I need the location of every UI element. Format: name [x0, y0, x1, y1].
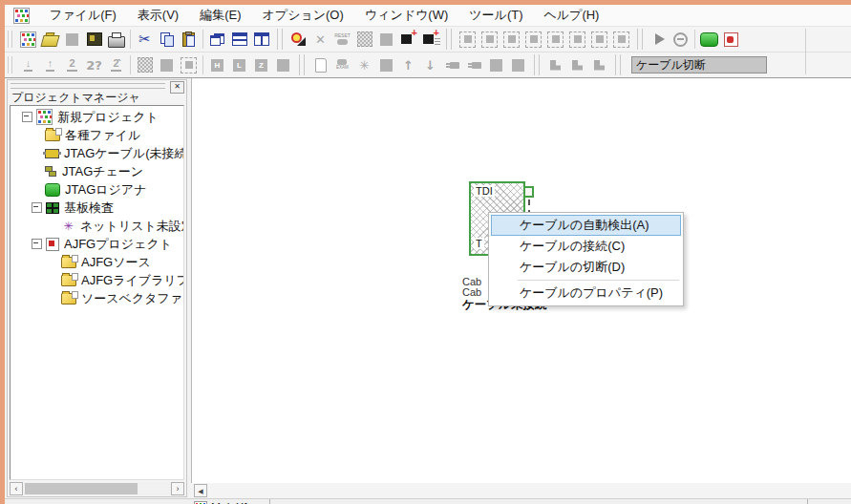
open-project-button[interactable] — [39, 29, 61, 51]
new-project-button[interactable] — [17, 29, 39, 51]
ctx-item-cable-properties[interactable]: ケーブルのプロパティ(P) — [491, 283, 681, 304]
square-button-2[interactable] — [156, 54, 178, 76]
ctx-item-cable-disconnect[interactable]: ケーブルの切断(D) — [491, 257, 681, 278]
menu-view[interactable]: 表示(V) — [127, 5, 189, 26]
ctx-item-cable-auto-detect[interactable]: ケーブルの自動検出(A) — [491, 215, 681, 236]
drive-z-button[interactable]: Z — [250, 54, 272, 76]
cut-button[interactable]: ✂ — [134, 29, 156, 51]
canvas-scroll-left-icon[interactable] — [194, 484, 207, 497]
menu-options[interactable]: オプション(O) — [252, 5, 354, 26]
design-canvas[interactable]: TDI T Cab Cab ケーブル未接続 ケーブルの自動検出(A)ケーブルの接… — [191, 78, 851, 483]
tree-item-netlist[interactable]: ✳ネットリスト未設定 — [11, 217, 183, 235]
device-op-button-8[interactable] — [610, 29, 632, 51]
close-icon[interactable] — [170, 81, 184, 94]
probe-icon — [291, 32, 307, 46]
step2-button[interactable]: 2 — [61, 54, 83, 76]
cable-connector-tab[interactable] — [523, 186, 534, 198]
cascade-windows-button[interactable] — [206, 29, 228, 51]
device-op-button-3[interactable] — [500, 29, 522, 51]
step-run-button-3[interactable] — [588, 54, 610, 76]
panel-grip-handle[interactable] — [11, 83, 165, 89]
expander-minus-icon[interactable] — [22, 112, 32, 122]
scroll-left-icon[interactable] — [10, 482, 23, 495]
tree-item-source-vector[interactable]: ソースベクタファイル — [11, 289, 183, 307]
tile-vertical-button[interactable] — [250, 29, 272, 51]
cable-auto-detect-button[interactable] — [287, 29, 309, 51]
menu-help[interactable]: ヘルプ(H) — [533, 5, 609, 26]
device-op-button-7[interactable] — [588, 29, 610, 51]
add-device-list-button[interactable] — [419, 29, 441, 51]
new-document-button[interactable] — [309, 54, 331, 76]
canvas-horizontal-scrollbar[interactable] — [191, 483, 851, 498]
tile-horizontal-button[interactable] — [228, 29, 250, 51]
chip-icon — [591, 32, 607, 48]
project-tree[interactable]: 新規プロジェクト各種ファイルJTAGケーブル(未接続)JTAGチェーンJTAGロ… — [10, 105, 184, 480]
pattern-grid-button[interactable] — [134, 54, 156, 76]
cable-disconnect-button[interactable]: ✕ — [309, 29, 331, 51]
device-op-button-1[interactable] — [457, 29, 479, 51]
expander-minus-icon[interactable] — [32, 202, 42, 213]
toolbar-end-divider — [805, 29, 806, 74]
device-op-button-2[interactable] — [479, 29, 500, 51]
device-op-button-4[interactable] — [522, 29, 544, 51]
square-button-6[interactable] — [507, 54, 529, 76]
logiana-record-button[interactable] — [720, 29, 742, 51]
tree-item-jtag-cable[interactable]: JTAGケーブル(未接続) — [11, 144, 183, 162]
copy-button[interactable] — [156, 29, 178, 51]
move-up-button[interactable]: ↑ — [397, 54, 419, 76]
stop-button[interactable] — [670, 29, 691, 51]
tree-item-ajfg-source[interactable]: AJFGソース — [11, 253, 183, 271]
save-button[interactable] — [61, 29, 83, 51]
tree-item-new-project[interactable]: 新規プロジェクト — [11, 108, 183, 126]
upload-button[interactable]: ↑ — [39, 54, 61, 76]
reset-button[interactable]: RESET — [331, 29, 353, 51]
tree-horizontal-scrollbar[interactable] — [10, 482, 184, 495]
tree-item-jtag-logiana[interactable]: JTAGロジアナ — [11, 180, 183, 199]
paste-button[interactable] — [178, 29, 200, 51]
import-button[interactable] — [83, 29, 105, 51]
cable-status-field[interactable]: ケーブル切断 — [631, 56, 767, 74]
ctx-item-cable-connect[interactable]: ケーブルの接続(C) — [491, 236, 681, 257]
square-button-3[interactable] — [272, 54, 294, 76]
disconnect-probe-button[interactable] — [463, 54, 485, 76]
drive-high-button[interactable]: H — [206, 54, 228, 76]
add-device-button[interactable] — [397, 29, 419, 51]
expander-minus-icon[interactable] — [32, 239, 42, 249]
step-run-button-1[interactable] — [544, 54, 566, 76]
step2-query-button[interactable]: 2? — [83, 54, 105, 76]
square-button-1[interactable] — [375, 29, 397, 51]
connect-probe-button[interactable] — [441, 54, 463, 76]
move-down-button[interactable]: ↓ — [419, 54, 441, 76]
square-button-4[interactable] — [375, 54, 397, 76]
tree-item-ajfg-project[interactable]: AJFGプロジェクト — [11, 235, 183, 253]
device-op-button-6[interactable] — [566, 29, 588, 51]
print-button[interactable] — [105, 29, 127, 51]
run-button[interactable] — [648, 29, 670, 51]
download-button[interactable]: ↓ — [17, 54, 39, 76]
scan-grid-button[interactable] — [353, 29, 375, 51]
tree-item-jtag-chain[interactable]: JTAGチェーン — [11, 162, 183, 180]
toolbar2-grip[interactable] — [8, 56, 12, 74]
app-icon[interactable] — [13, 8, 30, 24]
exam-button[interactable]: EXAM — [331, 54, 353, 76]
tree-item-files[interactable]: 各種ファイル — [11, 126, 183, 144]
sqdis-icon — [160, 59, 173, 72]
square-button-5[interactable] — [485, 54, 507, 76]
sqdis-icon — [380, 33, 393, 46]
tree-item-board-inspection[interactable]: 基板検査 — [11, 199, 183, 217]
step2-loop-button[interactable]: 2̂ — [105, 54, 127, 76]
tree-item-ajfg-library[interactable]: AJFGライブラリファイ — [11, 271, 183, 289]
netcheck-button[interactable]: ✳ — [353, 54, 375, 76]
menu-edit[interactable]: 編集(E) — [189, 5, 251, 26]
menu-file[interactable]: ファイル(F) — [39, 5, 127, 26]
step-run-button-2[interactable] — [566, 54, 588, 76]
menu-window[interactable]: ウィンドウ(W) — [354, 5, 458, 26]
scroll-right-icon[interactable] — [171, 482, 184, 495]
scrollbar-thumb[interactable] — [25, 483, 138, 494]
drive-low-button[interactable]: L — [228, 54, 250, 76]
toolbar1-grip[interactable] — [8, 31, 12, 48]
device-op-button-5[interactable] — [544, 29, 566, 51]
menu-tools[interactable]: ツール(T) — [458, 5, 533, 26]
logiana-start-button[interactable] — [698, 29, 720, 51]
chip-view-button[interactable] — [178, 54, 200, 76]
